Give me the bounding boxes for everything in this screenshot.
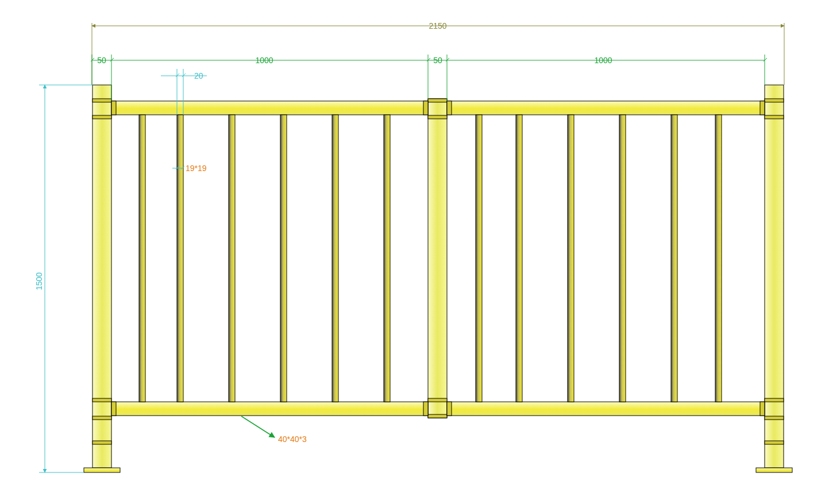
svg-rect-31 — [332, 115, 338, 402]
svg-rect-34 — [516, 115, 522, 402]
ann-rail-section: 40*40*3 — [241, 416, 307, 444]
svg-rect-0 — [92, 85, 111, 468]
svg-rect-13 — [765, 99, 784, 102]
dim-span-1: 1000 — [255, 56, 273, 65]
dim-overall-height-value: 1500 — [34, 272, 44, 290]
drawing-svg: 2150 50 1000 50 1000 20 — [0, 0, 829, 504]
svg-rect-32 — [384, 115, 390, 402]
svg-rect-3 — [92, 398, 111, 402]
svg-rect-30 — [280, 115, 287, 402]
dim-overall-height: 1500 — [34, 85, 92, 472]
top-rail-left — [111, 101, 428, 115]
svg-rect-20 — [423, 101, 428, 115]
dim-spans: 50 1000 50 1000 — [91, 55, 767, 101]
svg-rect-8 — [428, 99, 447, 102]
svg-rect-16 — [765, 416, 784, 420]
svg-rect-27 — [139, 115, 145, 402]
svg-rect-37 — [671, 115, 677, 402]
svg-rect-15 — [765, 398, 784, 402]
ann-rail-section-text: 40*40*3 — [278, 435, 307, 444]
svg-rect-28 — [177, 115, 183, 402]
svg-rect-18 — [756, 468, 792, 472]
svg-line-51 — [446, 58, 449, 61]
svg-rect-11 — [428, 414, 447, 418]
svg-rect-21 — [447, 101, 452, 115]
bottom-rail-left — [111, 402, 428, 416]
svg-rect-33 — [476, 115, 482, 402]
bottom-rail-right — [447, 402, 765, 416]
dim-span-2: 1000 — [594, 56, 612, 65]
svg-rect-26 — [760, 402, 765, 416]
svg-rect-10 — [428, 398, 447, 402]
svg-rect-24 — [423, 402, 428, 416]
svg-line-57 — [182, 73, 186, 77]
ann-baluster-section-text: 19*19 — [186, 164, 207, 173]
svg-rect-35 — [568, 115, 574, 402]
svg-rect-1 — [92, 99, 111, 102]
svg-rect-22 — [760, 101, 765, 115]
mid-post — [428, 99, 447, 418]
svg-rect-2 — [92, 115, 111, 119]
svg-rect-38 — [715, 115, 722, 402]
svg-rect-36 — [619, 115, 626, 402]
dim-baluster-w-value: 20 — [194, 71, 203, 80]
dim-post-w-1: 50 — [97, 56, 106, 65]
svg-rect-14 — [765, 115, 784, 119]
svg-rect-17 — [765, 441, 784, 444]
svg-line-48 — [91, 58, 94, 61]
svg-rect-7 — [428, 99, 447, 418]
top-rail-right — [447, 101, 765, 115]
drawing-canvas: { "dimensions": { "overall_width": "2150… — [0, 0, 829, 504]
svg-rect-23 — [111, 402, 116, 416]
svg-rect-19 — [111, 101, 116, 115]
svg-line-50 — [427, 58, 430, 61]
balusters-right — [476, 115, 722, 402]
svg-rect-29 — [229, 115, 235, 402]
svg-rect-5 — [92, 441, 111, 444]
svg-rect-9 — [428, 115, 447, 119]
balusters-left — [139, 115, 390, 402]
svg-line-52 — [764, 58, 767, 61]
svg-rect-6 — [84, 468, 120, 472]
svg-line-64 — [241, 416, 275, 437]
svg-rect-12 — [765, 85, 784, 468]
dim-overall-width-value: 2150 — [429, 21, 446, 30]
dim-mid-post-w: 50 — [433, 56, 442, 65]
svg-line-56 — [176, 73, 179, 77]
svg-line-49 — [110, 58, 114, 61]
svg-rect-25 — [447, 402, 452, 416]
svg-rect-4 — [92, 416, 111, 420]
